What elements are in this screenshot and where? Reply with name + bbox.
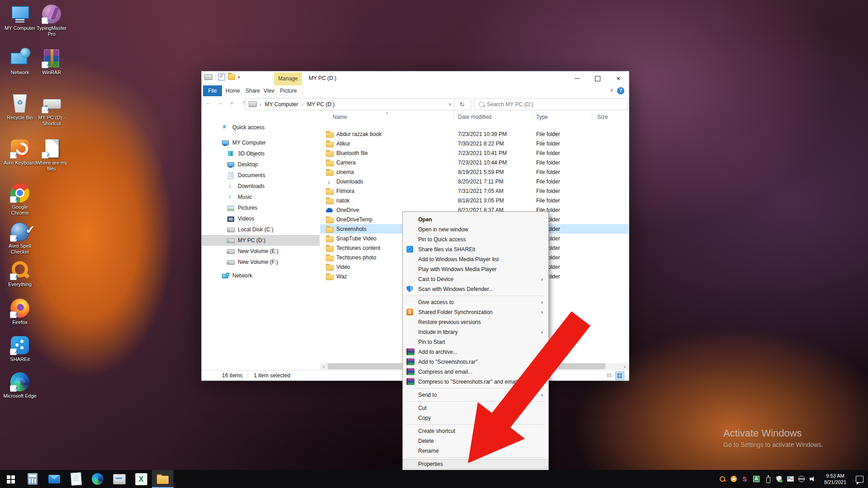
menu-item-copy[interactable]: Copy (403, 413, 548, 423)
desktop-icon-typingmaster[interactable]: TypingMaster Pro (34, 4, 69, 37)
close-button[interactable] (608, 71, 629, 85)
menu-item-create-shortcut[interactable]: Create shortcut (403, 426, 548, 436)
file-row[interactable]: natok8/18/2021 3:05 PMFile folder (320, 196, 628, 205)
nav-downloads[interactable]: Downloads (202, 181, 320, 192)
large-icons-view-icon[interactable] (615, 371, 624, 380)
column-header-date-modified[interactable]: Date modified (458, 114, 491, 120)
desktop-icon-my-computer[interactable]: MY Computer (3, 4, 37, 31)
tray-network-globe-icon[interactable] (798, 475, 805, 483)
column-header-name[interactable]: Name (333, 114, 347, 120)
taskbar-excel[interactable] (130, 470, 152, 488)
desktop-icon-edge[interactable]: Microsoft Edge (3, 371, 37, 399)
desktop-icon-where-are-my-files[interactable]: Where are my files (34, 138, 69, 172)
start-button[interactable] (0, 470, 22, 488)
maximize-button[interactable] (587, 71, 608, 85)
nav-videos[interactable]: Videos (202, 213, 320, 224)
column-header-type[interactable]: Type (536, 114, 548, 120)
menu-item-shared-folder-sync[interactable]: Shared Folder Synchronization› (403, 307, 548, 317)
menu-item-play-wmp[interactable]: Play with Windows Media Player (403, 264, 548, 274)
nav-music[interactable]: Music (202, 192, 320, 202)
address-bar[interactable]: › MY Computer › MY PC (D:) ∨ (245, 98, 455, 110)
menu-item-add-to-archive[interactable]: Add to archive... (403, 347, 548, 357)
file-row[interactable]: Abdur razzak book7/23/2021 10:39 PMFile … (320, 129, 628, 139)
nav-pictures[interactable]: Pictures (202, 202, 320, 213)
menu-item-compress-email[interactable]: Compress and email... (403, 367, 548, 377)
menu-item-send-to[interactable]: Send to› (403, 390, 548, 400)
desktop-icon-winrar[interactable]: WinRAR (34, 48, 69, 75)
nav-3d-objects[interactable]: 3D Objects (202, 148, 320, 159)
menu-item-add-to-rar[interactable]: Add to "Screenshots.rar" (403, 357, 548, 367)
file-row[interactable]: Filmora7/31/2021 7:05 AMFile folder (320, 186, 628, 196)
breadcrumb-my-pc-d[interactable]: MY PC (D:) (306, 101, 335, 108)
menu-item-restore-versions[interactable]: Restore previous versions (403, 317, 548, 327)
menu-item-pin-to-start[interactable]: Pin to Start (403, 337, 548, 347)
tray-skype-icon[interactable] (741, 475, 749, 483)
taskbar-mail[interactable] (43, 470, 65, 488)
recent-locations-icon[interactable]: ∨ (228, 100, 236, 105)
refresh-icon[interactable]: ↻ (453, 98, 471, 110)
new-folder-icon[interactable] (228, 74, 235, 80)
nav-desktop[interactable]: Desktop (202, 159, 320, 170)
tab-share[interactable]: Share (243, 85, 263, 96)
menu-item-scan-defender[interactable]: Scan with Windows Defender... (403, 284, 548, 294)
menu-item-add-wmp-list[interactable]: Add to Windows Media Player list (403, 254, 548, 264)
nav-new-volume-f[interactable]: New Volume (F:) (202, 257, 320, 267)
menu-item-compress-rar-email[interactable]: Compress to "Screenshots.rar" and email (403, 377, 548, 387)
tray-defender-icon[interactable] (775, 475, 783, 483)
scroll-left-icon[interactable]: ‹ (320, 364, 327, 369)
breadcrumb-my-computer[interactable]: MY Computer (264, 101, 299, 108)
details-view-icon[interactable] (605, 371, 614, 380)
tray-avro-icon[interactable] (753, 475, 760, 483)
tray-display-icon[interactable] (787, 475, 794, 483)
menu-item-delete[interactable]: Delete (403, 436, 548, 446)
action-center-icon[interactable] (856, 476, 863, 483)
file-row[interactable]: Camera7/23/2021 10:44 PMFile folder (320, 158, 628, 167)
menu-item-rename[interactable]: Rename (403, 446, 548, 456)
properties-check-icon[interactable] (218, 74, 225, 80)
tab-file[interactable]: File (203, 85, 222, 96)
title-bar[interactable]: ▾ Manage MY PC (D:) (202, 71, 629, 85)
customize-qat-icon[interactable]: ▾ (238, 75, 240, 80)
desktop-icon-avro-spell[interactable]: Avro Spell Checker (3, 221, 37, 255)
help-icon[interactable] (617, 87, 624, 94)
manage-contextual-tab[interactable]: Manage (274, 72, 302, 85)
desktop-icon-recycle-bin[interactable]: Recycle Bin (3, 93, 37, 121)
tray-search-icon[interactable] (719, 475, 726, 483)
nav-my-computer[interactable]: MY Computer (202, 137, 320, 148)
desktop-icon-avro-keyboard[interactable]: Avro Keyboard (3, 138, 37, 166)
desktop-icon-firefox[interactable]: Firefox (3, 298, 37, 325)
menu-item-properties[interactable]: Properties (403, 459, 548, 469)
search-box[interactable] (474, 98, 627, 110)
nav-my-pc-d[interactable]: MY PC (D:) (202, 235, 320, 246)
taskbar-edge[interactable] (87, 470, 108, 488)
taskbar-clock[interactable]: 9:53 AM 8/21/2021 (824, 473, 846, 485)
menu-item-give-access[interactable]: Give access to› (403, 297, 548, 307)
minimize-button[interactable] (566, 71, 587, 85)
scroll-right-icon[interactable]: › (621, 364, 628, 369)
column-header-size[interactable]: Size (597, 114, 608, 120)
menu-item-open[interactable]: Open (403, 215, 548, 225)
forward-icon[interactable]: → (216, 99, 224, 106)
taskbar-notepad[interactable] (65, 470, 87, 488)
search-input[interactable] (486, 101, 627, 108)
nav-documents[interactable]: Documents (202, 170, 320, 181)
taskbar-calculator[interactable] (22, 470, 43, 488)
file-row[interactable]: Downloads8/20/2021 7:11 PMFile folder (320, 177, 628, 186)
menu-item-cut[interactable]: Cut (403, 403, 548, 413)
tray-volume-icon[interactable] (809, 475, 816, 483)
desktop-icon-chrome[interactable]: Google Chrome (3, 183, 37, 216)
desktop-icon-shareit[interactable]: SHAREit (3, 335, 37, 362)
menu-item-include-in-library[interactable]: Include in library› (403, 327, 548, 337)
nav-network[interactable]: Network (202, 270, 320, 281)
nav-quick-access[interactable]: Quick access (202, 122, 320, 133)
quick-access-toolbar[interactable]: ▾ (204, 74, 240, 80)
file-row[interactable]: cinema8/19/2021 5:59 PMFile folder (320, 167, 628, 177)
file-row[interactable]: Bluetooth file7/23/2021 10:41 PMFile fol… (320, 148, 628, 158)
menu-item-cast-to-device[interactable]: Cast to Device› (403, 274, 548, 284)
taskbar-system-app[interactable] (108, 470, 130, 488)
ribbon-collapse-icon[interactable]: ∨ (610, 87, 613, 93)
nav-new-volume-e[interactable]: New Volume (E:) (202, 246, 320, 257)
tab-home[interactable]: Home (223, 85, 243, 96)
menu-item-share-shareit[interactable]: Share files via SHAREit (403, 244, 548, 254)
address-dropdown-icon[interactable]: ∨ (448, 102, 452, 107)
